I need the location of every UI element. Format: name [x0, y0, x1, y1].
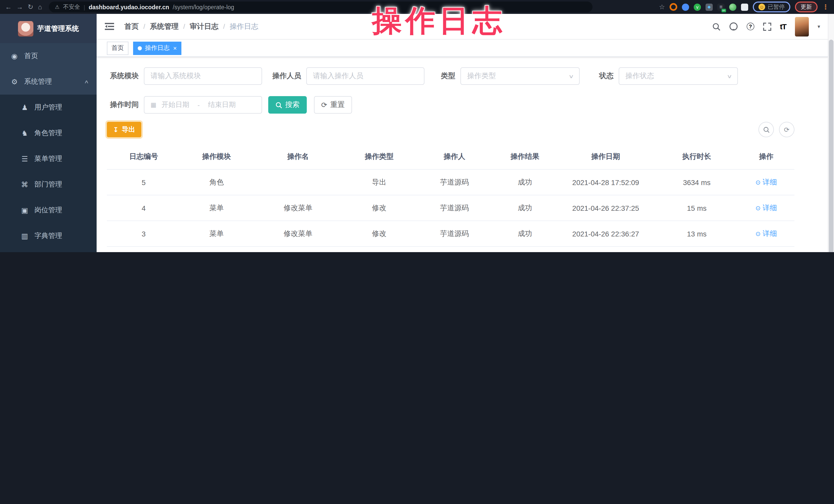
browser-update-button[interactable]: 更新	[795, 2, 817, 12]
eye-icon: ⊙	[755, 230, 761, 237]
browser-reload-icon[interactable]: ↻	[28, 4, 34, 10]
table-cell: 4	[107, 195, 180, 221]
sidebar-item-notice[interactable]: ✉通知公告	[0, 249, 96, 252]
address-bar[interactable]: ⚠ 不安全 | dashboard.yudao.iocoder.cn /syst…	[49, 2, 592, 12]
date-range-input[interactable]: ▦ 开始日期 - 结束日期	[144, 96, 262, 114]
table-cell: 新增	[344, 246, 415, 252]
sidebar-collapse-icon[interactable]	[105, 23, 114, 30]
column-header: 操作模块	[180, 145, 253, 169]
search-button-label: 搜索	[285, 100, 300, 109]
type-placeholder: 操作类型	[467, 71, 496, 81]
breadcrumb-separator: /	[223, 23, 225, 30]
blue-drop-extension-icon[interactable]	[682, 3, 689, 10]
page-scrollbar[interactable]	[828, 14, 834, 252]
sidebar-item-home[interactable]: ◉首页	[0, 43, 96, 69]
table-tools: ⟳	[759, 122, 794, 137]
toggle-search-button[interactable]	[759, 122, 774, 137]
paused-profile-chip[interactable]: ☺ 已暂停	[753, 2, 790, 12]
dark-on-extension-icon[interactable]: ≣on	[717, 3, 725, 10]
operate-log-table: 日志编号操作模块操作名操作类型操作人操作结果操作日期执行时长操作 5角色导出芋道…	[107, 145, 794, 252]
browser-forward-icon[interactable]: →	[17, 4, 23, 10]
breadcrumb-audit-log[interactable]: 审计日志	[190, 22, 219, 31]
table-cell: 2021-04-26 22:35:45	[556, 246, 655, 252]
column-header: 操作名	[253, 145, 343, 169]
refresh-table-button[interactable]: ⟳	[779, 122, 794, 137]
status-select[interactable]: 操作状态 ∨	[619, 67, 738, 85]
green-v-extension-icon[interactable]: v	[694, 3, 701, 10]
detail-link[interactable]: ⊙详细	[755, 203, 777, 213]
breadcrumb-home[interactable]: 首页	[124, 22, 139, 31]
dashboard-icon: ◉	[9, 52, 20, 60]
table-cell: 2	[107, 246, 180, 252]
breadcrumb-system[interactable]: 系统管理	[150, 22, 179, 31]
active-tab-dot	[138, 46, 142, 50]
detail-link[interactable]: ⊙详细	[755, 178, 777, 187]
user-avatar[interactable]	[795, 17, 809, 36]
search-icon	[276, 102, 282, 108]
sidebar-item-label: 部门管理	[35, 180, 62, 189]
table-cell-actions: ⊙详细	[738, 195, 794, 221]
detail-link[interactable]: ⊙详细	[755, 229, 777, 238]
sidebar-item-dict-management[interactable]: ▥字典管理	[0, 223, 96, 249]
green-leaf-extension-icon[interactable]	[729, 3, 737, 10]
table-cell: 菜单	[180, 246, 253, 252]
caret-down-icon[interactable]: ▾	[817, 24, 820, 29]
download-icon: ↧	[113, 126, 119, 133]
table-cell: 修改	[344, 195, 415, 221]
breadcrumb-separator: /	[144, 23, 145, 30]
table-cell	[253, 169, 343, 195]
operator-input[interactable]: 请输入操作人员	[306, 67, 424, 85]
export-button[interactable]: ↧ 导出	[107, 122, 141, 137]
table-row: 5角色导出芋道源码成功2021-04-28 17:52:093634 ms⊙详细	[107, 169, 794, 195]
font-size-icon[interactable]: tT	[780, 22, 786, 31]
sidebar-item-role-management[interactable]: ♞角色管理	[0, 120, 96, 146]
sidebar-item-menu-management[interactable]: ☰菜单管理	[0, 146, 96, 172]
scrollbar-thumb[interactable]	[829, 40, 833, 252]
browser-menu-kebab-icon[interactable]: ⋮	[822, 3, 829, 11]
table-row: 2菜单创建菜单新增芋道源码成功2021-04-26 22:35:4515 ms⊙…	[107, 246, 794, 252]
table-cell: 13 ms	[655, 221, 738, 246]
orange-ring-extension-icon[interactable]	[670, 3, 677, 11]
browser-home-icon[interactable]: ⌂	[38, 4, 42, 10]
search-button[interactable]: 搜索	[268, 96, 307, 114]
sidebar-item-label: 角色管理	[35, 129, 62, 138]
filter-row-1: 系统模块 请输入系统模块 操作人员 请输入操作人员 类型 操作类型 ∨ 状态 操…	[107, 67, 794, 85]
sidebar-item-user-management[interactable]: ♟用户管理	[0, 94, 96, 120]
menu-list-icon: ☰	[20, 155, 30, 163]
eye-icon: ⊙	[755, 179, 761, 186]
status-placeholder: 操作状态	[626, 71, 654, 81]
not-secure-label[interactable]: 不安全	[63, 3, 80, 11]
grid-blue-extension-icon[interactable]: ◆	[705, 3, 713, 10]
user-icon: ♟	[20, 103, 30, 112]
table-cell: 成功	[494, 195, 556, 221]
github-icon[interactable]	[729, 22, 738, 31]
sidebar-brand[interactable]: 芋道管理系统	[0, 14, 96, 43]
sidebar-item-label: 岗位管理	[35, 205, 62, 215]
tab-operate-log[interactable]: 操作日志 ×	[133, 41, 181, 55]
close-icon[interactable]: ×	[173, 44, 177, 52]
table-cell: 成功	[494, 221, 556, 246]
browser-back-icon[interactable]: ←	[5, 4, 12, 10]
help-question-icon[interactable]: ?	[747, 23, 754, 30]
reset-button[interactable]: ⟳ 重置	[314, 96, 352, 114]
table-cell: 2021-04-28 17:52:09	[556, 169, 655, 195]
page-annotation: 操作日志	[372, 1, 506, 41]
table-cell-actions: ⊙详细	[738, 221, 794, 246]
module-input[interactable]: 请输入系统模块	[144, 67, 262, 85]
time-label: 操作时间	[107, 100, 139, 109]
sidebar-item-system-management[interactable]: ⚙系统管理∧	[0, 69, 96, 94]
fullscreen-icon[interactable]	[763, 22, 771, 30]
start-date-placeholder: 开始日期	[161, 100, 189, 109]
type-select[interactable]: 操作类型 ∨	[460, 67, 580, 85]
tab-home[interactable]: 首页	[107, 41, 129, 55]
sidebar-item-post-management[interactable]: ▣岗位管理	[0, 197, 96, 223]
search-icon[interactable]	[712, 22, 720, 30]
column-header: 日志编号	[107, 145, 180, 169]
table-cell: 3634 ms	[655, 169, 738, 195]
sidebar-item-dept-management[interactable]: ⌘部门管理	[0, 172, 96, 197]
bookmark-star-icon[interactable]: ☆	[659, 3, 665, 11]
refresh-icon: ⟳	[784, 126, 790, 133]
column-header: 操作结果	[494, 145, 556, 169]
column-header: 执行时长	[655, 145, 738, 169]
puzzle-extension-icon[interactable]	[741, 3, 748, 10]
